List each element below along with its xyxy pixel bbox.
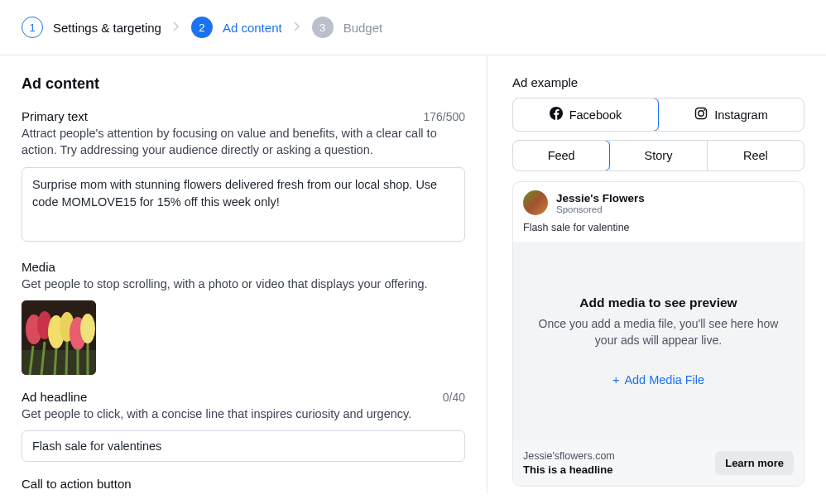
preview-header: Jessie's Flowers Sponsored xyxy=(513,182,804,218)
field-label: Media xyxy=(22,260,465,274)
field-cta-button: Call to action button Learn more xyxy=(22,477,465,493)
char-counter: 176/500 xyxy=(423,110,465,123)
field-primary-text: Primary text 176/500 Attract people's at… xyxy=(22,109,465,245)
step-settings-targeting[interactable]: 1 Settings & targeting xyxy=(22,17,161,38)
chevron-right-icon xyxy=(294,20,300,35)
placement-tabs: Feed Story Reel xyxy=(512,140,804,171)
step-label: Settings & targeting xyxy=(53,21,161,35)
preview-section-label: Ad example xyxy=(512,75,804,89)
preview-footer: Jessie'sflowers.com This is a headline L… xyxy=(513,440,804,486)
ad-headline-input[interactable] xyxy=(22,430,465,462)
preview-media-placeholder: Add media to see preview Once you add a … xyxy=(513,242,804,440)
tab-feed[interactable]: Feed xyxy=(512,140,610,171)
flowers-image xyxy=(22,300,96,375)
step-number-3: 3 xyxy=(312,17,334,38)
media-thumbnail[interactable] xyxy=(22,300,96,375)
preview-cta-button[interactable]: Learn more xyxy=(715,451,794,475)
instagram-icon xyxy=(694,107,708,122)
tab-label: Facebook xyxy=(569,108,622,122)
tab-instagram[interactable]: Instagram xyxy=(658,98,804,131)
page-title: Ad content xyxy=(22,75,465,93)
preview-account-name: Jessie's Flowers xyxy=(556,192,645,204)
ad-preview-card: Jessie's Flowers Sponsored Flash sale fo… xyxy=(512,181,804,487)
step-number-2: 2 xyxy=(191,17,213,38)
tab-label: Reel xyxy=(743,149,768,162)
form-panel: Ad content Primary text 176/500 Attract … xyxy=(0,55,487,493)
field-label: Primary text xyxy=(22,109,88,123)
field-description: Attract people's attention by focusing o… xyxy=(22,125,465,159)
field-ad-headline: Ad headline 0/40 Get people to click, wi… xyxy=(22,390,465,462)
tab-facebook[interactable]: Facebook xyxy=(512,98,659,132)
svg-point-10 xyxy=(699,111,704,116)
facebook-icon xyxy=(550,107,563,122)
plus-icon: + xyxy=(612,373,619,386)
step-ad-content[interactable]: 2 Ad content xyxy=(191,17,282,38)
preview-sponsored-label: Sponsored xyxy=(556,204,645,214)
preview-domain: Jessie'sflowers.com xyxy=(523,450,615,462)
step-budget: 3 Budget xyxy=(312,17,383,38)
field-description: Get people to click, with a concise line… xyxy=(22,406,465,422)
step-number-1: 1 xyxy=(22,17,43,38)
field-description: Get people to stop scrolling, with a pho… xyxy=(22,276,465,292)
primary-text-input[interactable] xyxy=(22,167,465,242)
avatar xyxy=(523,190,548,215)
field-label: Ad headline xyxy=(22,390,87,404)
tab-label: Feed xyxy=(548,149,575,162)
placeholder-description: Once you add a media file, you'll see he… xyxy=(538,315,779,349)
placeholder-title: Add media to see preview xyxy=(579,295,737,310)
add-media-label: Add Media File xyxy=(624,373,704,386)
step-label: Ad content xyxy=(223,21,282,35)
stepper: 1 Settings & targeting 2 Ad content 3 Bu… xyxy=(0,0,826,55)
tab-label: Story xyxy=(645,149,673,162)
field-label: Call to action button xyxy=(22,477,465,491)
step-label: Budget xyxy=(343,21,383,35)
preview-caption: Flash sale for valentine xyxy=(513,218,804,242)
preview-headline: This is a headline xyxy=(523,463,615,476)
chevron-right-icon xyxy=(173,20,180,35)
char-counter: 0/40 xyxy=(443,391,465,404)
tab-label: Instagram xyxy=(714,108,767,122)
network-tabs: Facebook Instagram xyxy=(512,98,804,132)
svg-point-6 xyxy=(80,314,95,343)
svg-point-11 xyxy=(704,109,705,111)
tab-story[interactable]: Story xyxy=(609,141,706,170)
field-media: Media Get people to stop scrolling, with… xyxy=(22,260,465,375)
tab-reel[interactable]: Reel xyxy=(707,141,804,170)
preview-panel: Ad example Facebook Instagram Feed Story… xyxy=(487,55,826,493)
add-media-button[interactable]: + Add Media File xyxy=(612,373,704,386)
